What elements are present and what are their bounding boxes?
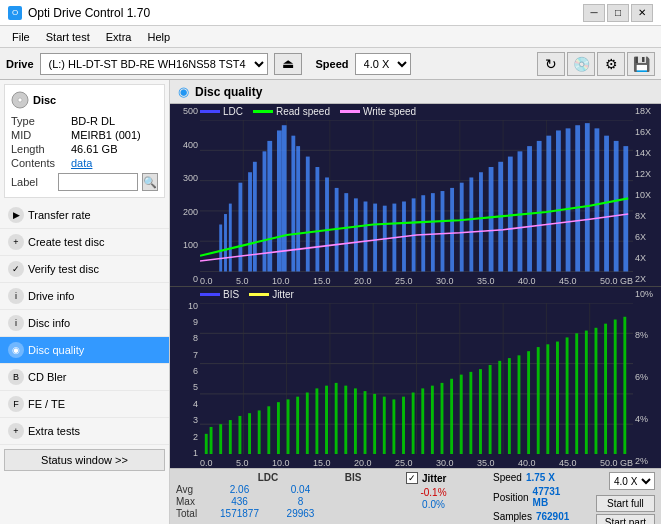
jitter-checkbox[interactable]: ✓ (406, 472, 418, 484)
stats-avg-jitter: -0.1% (406, 487, 461, 498)
extra-tests-icon: + (8, 423, 24, 439)
legend-jitter: Jitter (249, 289, 294, 300)
jitter-header-row: ✓ Jitter (406, 472, 461, 484)
chart1-inner (200, 120, 633, 272)
disc-header: Disc (11, 91, 158, 109)
chart2-y-axis-right: 10% 8% 6% 4% 2% (633, 287, 661, 469)
svg-rect-84 (258, 410, 261, 454)
svg-point-1 (18, 98, 22, 102)
sidebar-item-label: Disc quality (28, 344, 84, 356)
content-area: Disc Type BD-R DL MID MEIRB1 (001) Lengt… (0, 80, 661, 524)
sidebar-item-label: Transfer rate (28, 209, 91, 221)
svg-rect-27 (291, 136, 295, 272)
stats-row-avg: Avg 2.06 0.04 (176, 484, 378, 495)
svg-rect-106 (469, 371, 472, 454)
svg-rect-21 (248, 172, 252, 271)
disc-quality-icon: ◉ (8, 342, 24, 358)
maximize-button[interactable]: □ (607, 4, 629, 22)
minimize-button[interactable]: ─ (583, 4, 605, 22)
disc-label-button[interactable]: 🔍 (142, 173, 158, 191)
stats-total-label: Total (176, 508, 206, 519)
settings-button[interactable]: ⚙ (597, 52, 625, 76)
sidebar-item-extra-tests[interactable]: + Extra tests (0, 418, 169, 445)
svg-rect-42 (431, 193, 435, 271)
sidebar-item-label: Extra tests (28, 425, 80, 437)
sidebar-item-fe-te[interactable]: F FE / TE (0, 391, 169, 418)
sidebar-item-cd-bler[interactable]: B CD Bler (0, 364, 169, 391)
speed-select[interactable]: 4.0 X (355, 53, 411, 75)
start-full-button[interactable]: Start full (596, 495, 655, 512)
sidebar-item-disc-info[interactable]: i Disc info (0, 310, 169, 337)
svg-rect-61 (614, 141, 619, 272)
svg-rect-58 (585, 123, 590, 271)
stats-headers: LDC BIS (176, 472, 378, 483)
menu-start-test[interactable]: Start test (38, 29, 98, 45)
titlebar: O Opti Drive Control 1.70 ─ □ ✕ (0, 0, 661, 26)
sidebar-item-transfer-rate[interactable]: ▶ Transfer rate (0, 202, 169, 229)
sidebar-item-create-test-disc[interactable]: + Create test disc (0, 229, 169, 256)
svg-rect-117 (575, 333, 578, 454)
samples-row: Samples 762901 (493, 511, 576, 522)
svg-rect-56 (566, 128, 571, 271)
stats-avg-ldc: 2.06 (212, 484, 267, 495)
speed-value: 1.75 X (526, 472, 555, 483)
refresh-button[interactable]: ↻ (537, 52, 565, 76)
disc-contents-val[interactable]: data (71, 157, 92, 169)
menu-file[interactable]: File (4, 29, 38, 45)
titlebar-left: O Opti Drive Control 1.70 (8, 6, 150, 20)
transfer-rate-icon: ▶ (8, 207, 24, 223)
status-window-button[interactable]: Status window >> (4, 449, 165, 471)
start-buttons: Start full Start part (596, 495, 655, 524)
position-row: Position 47731 MB (493, 486, 576, 508)
chart2-svg (200, 303, 633, 455)
legend-ldc: LDC (200, 106, 243, 117)
svg-rect-81 (229, 420, 232, 454)
svg-rect-111 (518, 355, 521, 454)
disc-type-val: BD-R DL (71, 115, 115, 127)
disc-contents-row: Contents data (11, 157, 158, 169)
stats-max-jitter: 0.0% (406, 499, 461, 510)
sidebar-item-verify-test-disc[interactable]: ✓ Verify test disc (0, 256, 169, 283)
svg-rect-121 (614, 319, 617, 454)
svg-rect-59 (595, 128, 600, 271)
disc-label-key: Label (11, 176, 54, 188)
svg-rect-92 (335, 382, 338, 454)
disc-contents-key: Contents (11, 157, 71, 169)
close-button[interactable]: ✕ (631, 4, 653, 22)
svg-rect-113 (537, 347, 540, 454)
legend-write-speed: Write speed (340, 106, 416, 117)
stats-header-bis: BIS (328, 472, 378, 483)
drive-select[interactable]: (L:) HL-DT-ST BD-RE WH16NS58 TST4 (40, 53, 268, 75)
verify-test-disc-icon: ✓ (8, 261, 24, 277)
svg-rect-51 (518, 151, 523, 271)
legend-jitter-label: Jitter (272, 289, 294, 300)
position-value: 47731 MB (533, 486, 576, 508)
svg-rect-44 (450, 188, 454, 272)
svg-rect-29 (306, 157, 310, 272)
sidebar-item-drive-info[interactable]: i Drive info (0, 283, 169, 310)
stats-table: LDC BIS Avg 2.06 0.04 Max 436 8 Total (176, 472, 378, 519)
svg-rect-115 (556, 341, 559, 454)
create-test-disc-icon: + (8, 234, 24, 250)
svg-rect-78 (205, 433, 208, 454)
svg-rect-120 (604, 323, 607, 454)
disc-button[interactable]: 💿 (567, 52, 595, 76)
test-speed-dropdown[interactable]: 4.0 X (609, 472, 655, 490)
legend-read-label: Read speed (276, 106, 330, 117)
svg-rect-26 (282, 125, 287, 271)
disc-mid-key: MID (11, 129, 71, 141)
eject-button[interactable]: ⏏ (274, 53, 302, 75)
menu-help[interactable]: Help (139, 29, 178, 45)
save-button[interactable]: 💾 (627, 52, 655, 76)
disc-label-input[interactable] (58, 173, 138, 191)
svg-rect-50 (508, 157, 513, 272)
svg-rect-19 (229, 204, 232, 272)
stats-max-ldc: 436 (212, 496, 267, 507)
svg-rect-99 (402, 396, 405, 454)
sidebar-item-disc-quality[interactable]: ◉ Disc quality (0, 337, 169, 364)
start-part-button[interactable]: Start part (596, 514, 655, 524)
svg-rect-83 (248, 413, 251, 454)
app-title: Opti Drive Control 1.70 (28, 6, 150, 20)
menu-extra[interactable]: Extra (98, 29, 140, 45)
svg-rect-110 (508, 358, 511, 454)
